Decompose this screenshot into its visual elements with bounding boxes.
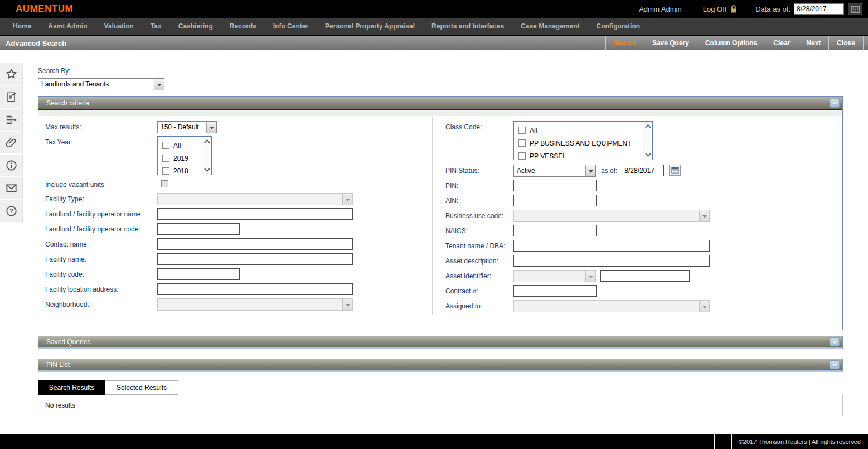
app-logo: AUMENTUM [16,3,73,15]
main-content: Search By: Landlords and Tenants Search … [38,50,843,416]
tax-year-listbox[interactable]: All 2019 2018 [157,136,212,175]
tab-selected-results[interactable]: Selected Results [105,380,178,395]
search-by-select[interactable]: Landlords and Tenants [38,78,164,90]
tax-year-all-checkbox[interactable] [162,142,169,149]
help-icon[interactable]: ? [0,200,23,223]
chevron-down-icon[interactable] [154,79,164,90]
results-tabs: Search Results Selected Results [38,380,843,395]
mail-envelope-icon[interactable] [0,177,23,200]
nav-item-info-center[interactable]: Info Center [265,22,317,30]
search-criteria-panel: Search criteria Max results: 150 - Defau… [38,96,843,330]
neighborhood-label: Neighborhood: [45,298,157,308]
field-landlord-name: Landlord / facility operator name: [45,208,391,220]
tax-year-2019-checkbox[interactable] [162,155,169,162]
tax-year-2018-checkbox[interactable] [162,167,169,175]
collapse-up-button[interactable] [830,99,840,108]
tab-search-results[interactable]: Search Results [38,380,105,395]
search-button[interactable]: Search [605,36,644,50]
nav-item-reports-and-interfaces[interactable]: Reports and Interfaces [423,22,512,30]
landlord-name-input[interactable] [157,208,353,220]
landlord-code-input[interactable] [157,223,240,235]
field-max-results: Max results: 150 - Default [45,121,391,133]
expand-down-button[interactable] [830,337,840,346]
ain-input[interactable] [513,195,597,206]
expand-down-button[interactable] [830,360,840,369]
clear-button[interactable]: Clear [765,36,798,50]
naics-label: NAICS: [445,225,513,235]
nav-item-personal-property-appraisal[interactable]: Personal Property Appraisal [317,22,423,30]
facility-location-input[interactable] [157,283,353,295]
pin-label: PIN: [445,180,513,190]
calendar-button[interactable] [848,3,862,15]
nav-item-tax[interactable]: Tax [142,22,170,30]
chevron-down-icon [699,301,709,312]
pin-list-title: PIN List [46,361,830,369]
chevron-down-icon [832,340,838,344]
workflow-tree-icon[interactable] [0,109,23,132]
logoff-button[interactable]: Log Off [703,4,738,13]
nav-item-home[interactable]: Home [4,22,40,30]
asset-identifier-label: Asset identifier: [445,270,513,280]
nav-item-records[interactable]: Records [221,22,265,30]
naics-input[interactable] [513,225,597,236]
scrollbar[interactable] [202,137,211,175]
field-facility-name: Facility name: [45,253,391,265]
results-panel: No results [38,395,843,416]
ain-label: AIN: [445,195,513,205]
calendar-icon [851,5,860,13]
chevron-down-icon [585,271,595,282]
chevron-down-icon[interactable] [206,122,216,133]
chevron-down-icon [832,363,838,367]
class-code-all-checkbox[interactable] [518,127,526,134]
contract-input[interactable] [513,285,597,297]
facility-name-input[interactable] [157,253,353,265]
nav-item-case-management[interactable]: Case Management [512,22,588,30]
class-code-vessel-checkbox[interactable] [518,152,526,160]
as-of-calendar-button[interactable] [669,165,681,176]
data-as-of-input[interactable] [794,3,844,15]
search-criteria-header[interactable]: Search criteria [38,97,842,109]
asset-identifier-input[interactable] [600,270,690,282]
nav-item-cashiering[interactable]: Cashiering [170,22,221,30]
close-button[interactable]: Close [828,36,864,50]
include-vacant-checkbox[interactable] [161,180,168,187]
facility-location-label: Facility location address: [45,283,157,293]
contract-label: Contract #: [445,285,513,295]
field-landlord-code: Landlord / facility operator code: [45,223,391,235]
assigned-to-select [513,300,710,312]
scroll-down-icon [645,153,651,157]
saved-queries-section[interactable]: Saved Queries [38,336,843,349]
tenant-name-input[interactable] [513,240,710,252]
chevron-down-icon[interactable] [585,165,595,176]
asset-description-label: Asset description: [445,255,513,265]
favorites-star-icon[interactable] [0,63,23,86]
info-icon[interactable] [0,155,23,177]
scrollbar[interactable] [643,122,652,160]
pin-list-section[interactable]: PIN List [38,359,843,372]
next-button[interactable]: Next [798,36,828,50]
nav-item-asmt-admin[interactable]: Asmt Admin [40,22,95,30]
save-query-button[interactable]: Save Query [644,36,697,50]
class-code-listbox[interactable]: All PP BUSINESS AND EQUIPMENT PP VESSEL [513,121,653,160]
as-of-label: as of: [596,165,622,175]
class-code-business-checkbox[interactable] [518,139,526,147]
notes-document-icon[interactable] [0,86,23,109]
asset-identifier-select [513,270,596,282]
pin-input[interactable] [513,180,597,191]
pin-status-as-of-input[interactable] [622,165,664,176]
pin-status-select[interactable]: Active [513,165,596,177]
field-asset-description: Asset description: [445,255,842,267]
facility-code-input[interactable] [157,268,240,280]
asset-description-input[interactable] [513,255,710,267]
column-options-button[interactable]: Column Options [697,36,765,50]
nav-item-configuration[interactable]: Configuration [588,22,648,30]
attachments-paperclip-icon[interactable] [0,132,23,155]
field-neighborhood: Neighborhood: [45,298,391,311]
contact-name-label: Contact name: [45,238,157,248]
contact-name-input[interactable] [157,238,353,250]
facility-code-label: Facility code: [45,268,157,278]
nav-item-valuation[interactable]: Valuation [96,22,142,30]
saved-queries-title: Saved Queries [46,338,830,346]
max-results-select[interactable]: 150 - Default [157,121,217,133]
chevron-down-icon [342,194,352,205]
